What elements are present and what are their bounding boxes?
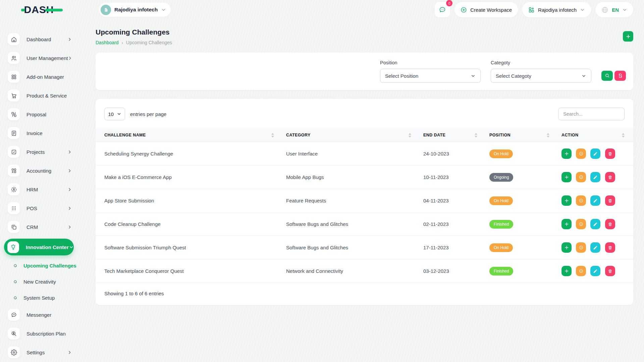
row-delete-button[interactable] xyxy=(605,172,615,182)
sidebar-item-invoice[interactable]: Invoice xyxy=(0,126,78,140)
position-status-badge: Finished xyxy=(489,267,513,276)
main-content: Upcoming Challenges Dashboard › Upcoming… xyxy=(78,19,644,305)
account-workspace-dropdown[interactable]: Rajodiya infotech xyxy=(522,2,591,17)
workspace-grid-icon xyxy=(528,7,535,13)
row-add-button[interactable] xyxy=(561,219,572,229)
end-date-cell: 24-10-2023 xyxy=(423,142,489,166)
row-delete-button[interactable] xyxy=(605,266,615,276)
column-header-end-date[interactable]: END DATE xyxy=(423,133,489,137)
pencil-icon xyxy=(593,245,598,250)
column-header-action[interactable]: ACTION xyxy=(561,133,633,137)
logo-dash-accent xyxy=(21,9,25,11)
column-header-challenge-name[interactable]: CHALLENGE NAME xyxy=(104,133,286,137)
chevron-right-icon xyxy=(67,150,72,154)
row-delete-button[interactable] xyxy=(605,219,615,229)
pencil-icon xyxy=(593,269,598,274)
row-add-button[interactable] xyxy=(561,242,572,253)
table-row: Code Cleanup Challenge Software Bugs and… xyxy=(96,213,633,236)
row-delete-button[interactable] xyxy=(605,242,615,253)
row-view-button[interactable] xyxy=(576,266,586,276)
row-edit-button[interactable] xyxy=(590,219,600,229)
challenges-table: CHALLENGE NAME CATEGORY END DATE POSITIO… xyxy=(96,128,633,283)
page-size-select[interactable]: 10 xyxy=(104,108,125,120)
plus-icon xyxy=(626,34,631,39)
chevron-right-icon xyxy=(67,206,72,210)
category-cell: Mobile App Bugs xyxy=(286,166,423,189)
category-cell: User Interface xyxy=(286,142,423,166)
workspace-selector[interactable]: Rajodiya infotech xyxy=(99,3,171,17)
search-icon xyxy=(605,73,610,78)
row-edit-button[interactable] xyxy=(590,266,600,276)
row-view-button[interactable] xyxy=(576,195,586,206)
sort-icon xyxy=(271,133,274,137)
sidebar-item-crm[interactable]: CRM xyxy=(0,220,78,234)
sidebar-item-addon-manager[interactable]: Add-on Manager xyxy=(0,70,78,84)
table-row: Software Submission Triumph Quest Softwa… xyxy=(96,236,633,259)
bullet-ring-icon xyxy=(13,263,17,268)
sidebar-item-accounting[interactable]: Accounting xyxy=(0,164,78,178)
lightbulb-icon xyxy=(7,241,19,253)
row-view-button[interactable] xyxy=(576,219,586,229)
plus-icon xyxy=(564,245,569,250)
sidebar-item-settings[interactable]: Settings xyxy=(0,345,78,359)
category-cell: Feature Requests xyxy=(286,189,423,213)
filter-panel: Position Select Position Categoty Select… xyxy=(96,53,633,90)
sidebar-item-proposal[interactable]: Proposal xyxy=(0,107,78,121)
end-date-cell: 17-11-2023 xyxy=(423,236,489,259)
sidebar-item-messenger[interactable]: Messenger xyxy=(0,308,78,322)
table-row: App Store Submission Feature Requests 04… xyxy=(96,189,633,213)
messages-button[interactable]: 0 xyxy=(435,2,450,17)
swap-squares-icon xyxy=(8,108,20,120)
row-view-button[interactable] xyxy=(576,172,586,182)
position-status-badge: On Hold xyxy=(489,149,513,158)
category-cell: Software Bugs and Glitches xyxy=(286,213,423,236)
sidebar-subitem-upcoming-challenges[interactable]: Upcoming Challenges xyxy=(0,259,78,272)
add-challenge-button[interactable] xyxy=(623,31,633,42)
trash-icon xyxy=(608,198,612,203)
row-delete-button[interactable] xyxy=(605,195,615,206)
table-search-input[interactable] xyxy=(558,108,625,120)
category-cell: Software Bugs and Glitches xyxy=(286,236,423,259)
plus-icon xyxy=(564,222,569,227)
position-select[interactable]: Select Position xyxy=(380,69,481,83)
row-add-button[interactable] xyxy=(561,266,572,276)
row-add-button[interactable] xyxy=(561,172,572,182)
sidebar-item-dashboard[interactable]: Dashboard xyxy=(0,32,78,46)
row-delete-button[interactable] xyxy=(605,148,615,159)
challenge-name-cell: Scheduling Synergy Challenge xyxy=(96,142,286,166)
create-workspace-button[interactable]: Create Workspace xyxy=(454,2,518,17)
row-add-button[interactable] xyxy=(561,195,572,206)
row-view-button[interactable] xyxy=(576,242,586,253)
column-header-position[interactable]: POSITION xyxy=(489,133,561,137)
filter-reset-button[interactable] xyxy=(614,71,626,81)
sidebar-item-innovation-center[interactable]: Innovation Center xyxy=(4,239,74,255)
row-edit-button[interactable] xyxy=(590,148,600,159)
brand-logo[interactable]: DASH xyxy=(24,5,54,15)
sidebar-item-pos[interactable]: POS xyxy=(0,201,78,215)
language-selector[interactable]: EN xyxy=(595,2,633,17)
filter-search-button[interactable] xyxy=(601,71,613,81)
gear-icon xyxy=(8,346,20,358)
sidebar-item-projects[interactable]: Projects xyxy=(0,145,78,159)
sidebar-subitem-system-setup[interactable]: System Setup xyxy=(0,291,78,304)
category-cell: Network and Connectivity xyxy=(286,259,423,283)
challenge-name-cell: Make a iOS E-Commerce App xyxy=(96,166,286,189)
sidebar-item-product-service[interactable]: Product & Service xyxy=(0,88,78,103)
row-edit-button[interactable] xyxy=(590,195,600,206)
sidebar-item-user-management[interactable]: User Management xyxy=(0,51,78,65)
breadcrumb-dashboard-link[interactable]: Dashboard xyxy=(96,40,119,45)
grid-plus-icon xyxy=(8,165,20,177)
breadcrumb: Dashboard › Upcoming Challenges xyxy=(96,40,172,45)
row-add-button[interactable] xyxy=(561,148,572,159)
column-header-category[interactable]: CATEGORY xyxy=(286,133,423,137)
chat-icon xyxy=(439,6,446,13)
row-edit-button[interactable] xyxy=(590,242,600,253)
end-date-cell: 02-11-2023 xyxy=(423,213,489,236)
category-select[interactable]: Select Categoty xyxy=(491,69,591,83)
row-view-button[interactable] xyxy=(576,148,586,159)
row-edit-button[interactable] xyxy=(590,172,600,182)
sidebar-subitem-new-creativity[interactable]: New Creativity xyxy=(0,275,78,288)
sidebar-item-hrm[interactable]: HRM xyxy=(0,182,78,196)
home-icon xyxy=(8,33,20,45)
sidebar-item-subscription-plan[interactable]: Subscription Plan xyxy=(0,326,78,341)
